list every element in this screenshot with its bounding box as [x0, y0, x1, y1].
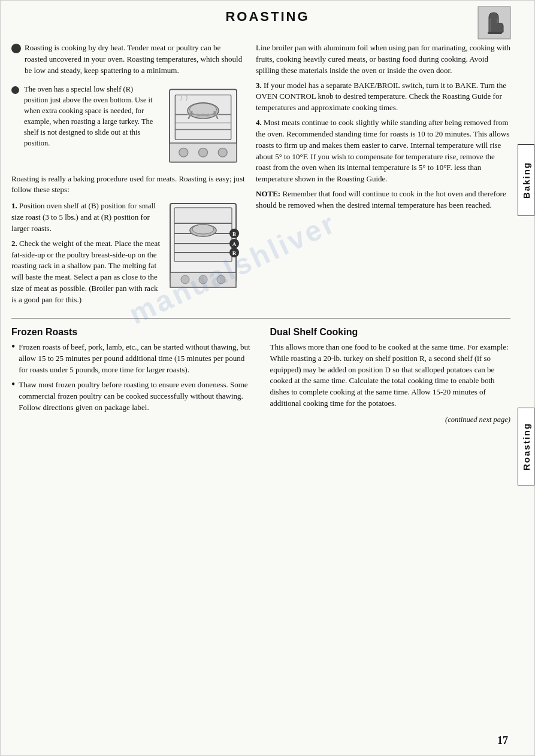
special-shelf-text: The oven has a special low shelf (R) pos…	[24, 84, 156, 149]
svg-text:R: R	[232, 250, 237, 256]
right-column: Line broiler pan with aluminum foil when…	[256, 42, 510, 309]
steps-row: 1. Position oven shelf at (B) position f…	[11, 201, 245, 309]
frozen-text-1: Frozen roasts of beef, pork, lamb, etc.,…	[19, 342, 252, 376]
shelf-illustration	[161, 84, 245, 170]
svg-text:B: B	[232, 231, 236, 237]
right-item3-number: 3.	[256, 81, 262, 90]
frozen-roasts-section: Frozen Roasts • Frozen roasts of beef, p…	[11, 327, 252, 429]
right-para1: Line broiler pan with aluminum foil when…	[256, 42, 510, 77]
roasting-tab: Roasting	[518, 408, 534, 485]
steps-text: 1. Position oven shelf at (B) position f…	[11, 201, 161, 309]
note-text: Remember that food will continue to cook…	[256, 189, 506, 210]
svg-point-18	[179, 148, 188, 157]
right-item4: 4. Most meats continue to cook slightly …	[256, 117, 510, 185]
frozen-text-2: Thaw most frozen poultry before roasting…	[19, 379, 252, 414]
section-divider	[11, 318, 510, 318]
step-2-text: Check the weight of the meat. Place the …	[11, 239, 160, 304]
frozen-bullet-1: • Frozen roasts of beef, pork, lamb, etc…	[11, 342, 252, 376]
svg-text:A: A	[232, 241, 237, 247]
top-section: Roasting is cooking by dry heat. Tender …	[11, 42, 510, 309]
dual-shelf-title: Dual Shelf Cooking	[270, 327, 511, 338]
baking-tab: Baking	[518, 144, 534, 216]
intro-bullet-1: Roasting is cooking by dry heat. Tender …	[11, 42, 245, 80]
shelf-text: The oven has a special low shelf (R) pos…	[24, 84, 156, 170]
frozen-bullet-dot-1: •	[11, 341, 15, 352]
intro-text-1: Roasting is cooking by dry heat. Tender …	[25, 42, 245, 77]
step-1: 1. Position oven shelf at (B) position f…	[11, 201, 161, 235]
frozen-bullet-2: • Thaw most frozen poultry before roasti…	[11, 379, 252, 414]
step-2: 2. Check the weight of the meat. Place t…	[11, 238, 161, 306]
bullet-icon-1	[11, 44, 21, 53]
step-2-number: 2.	[11, 239, 17, 248]
svg-rect-1	[488, 32, 502, 34]
svg-point-20	[218, 148, 227, 157]
svg-point-28	[192, 224, 214, 234]
header-icon	[477, 5, 512, 40]
right-item3: 3. If your model has a separate BAKE/BRO…	[256, 80, 510, 114]
step-1-number: 1.	[11, 201, 17, 210]
page-title: ROASTING	[225, 9, 309, 24]
left-column: Roasting is cooking by dry heat. Tender …	[11, 42, 245, 309]
continued-text: (continued next page)	[270, 414, 511, 425]
svg-point-36	[181, 275, 189, 284]
page-number: 17	[497, 734, 508, 747]
dual-shelf-section: Dual Shelf Cooking This allows more than…	[270, 327, 511, 429]
roasting-procedure-text: Roasting is really a baking procedure us…	[11, 174, 245, 196]
step-1-text: Position oven shelf at (B) position for …	[11, 201, 156, 233]
bottom-section: Frozen Roasts • Frozen roasts of beef, p…	[11, 327, 510, 429]
right-item4-number: 4.	[256, 118, 262, 127]
page: Baking Roasting manualshliver ROASTING	[0, 0, 535, 756]
note-label: NOTE:	[256, 189, 280, 198]
dual-shelf-text: This allows more than one food to be coo…	[270, 342, 511, 409]
shelf-section: The oven has a special low shelf (R) pos…	[11, 84, 245, 170]
bullet-icon-2	[11, 86, 19, 94]
main-content: Roasting is cooking by dry heat. Tender …	[1, 29, 534, 439]
frozen-roasts-title: Frozen Roasts	[11, 327, 252, 338]
svg-point-19	[199, 148, 208, 157]
frozen-bullet-dot-2: •	[11, 379, 15, 390]
step-illustration: B A R	[167, 201, 245, 309]
page-header: ROASTING	[1, 1, 534, 29]
note-paragraph: NOTE: Remember that food will continue t…	[256, 189, 510, 211]
svg-point-37	[199, 275, 207, 284]
svg-point-38	[217, 275, 225, 284]
